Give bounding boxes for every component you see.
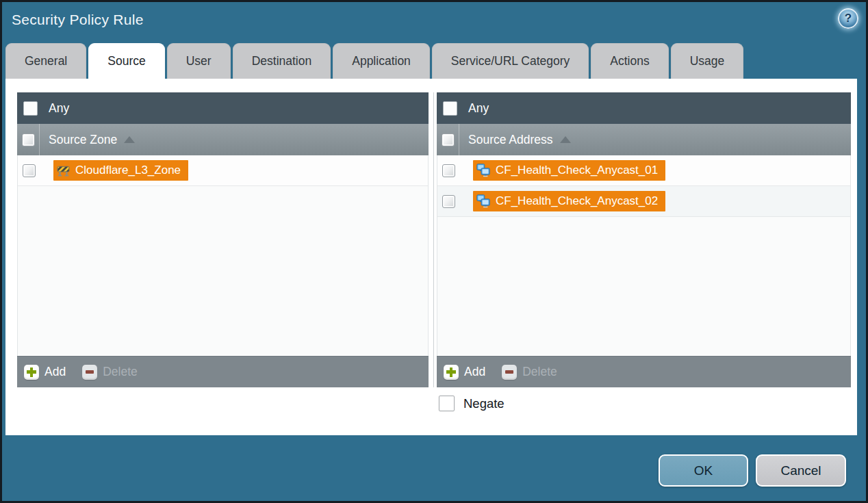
delete-button[interactable]: Delete xyxy=(502,365,557,380)
delete-icon xyxy=(502,365,517,380)
source-address-any-header: Any xyxy=(437,92,851,124)
delete-button-label: Delete xyxy=(522,365,557,379)
cancel-button[interactable]: Cancel xyxy=(756,454,846,487)
table-row[interactable]: CF_Health_Check_Anycast_01 xyxy=(437,155,850,186)
tab-service-url-category[interactable]: Service/URL Category xyxy=(432,43,589,79)
sort-ascending-icon[interactable] xyxy=(560,136,571,143)
tab-bar: General Source User Destination Applicat… xyxy=(5,43,743,79)
source-zone-panel: Any Source Zone xyxy=(17,92,429,387)
source-address-column-header: Source Address xyxy=(437,124,851,155)
zone-icon xyxy=(57,164,70,177)
table-row[interactable]: CF_Health_Check_Anycast_02 xyxy=(437,186,850,217)
delete-button[interactable]: Delete xyxy=(82,365,138,380)
row-checkbox[interactable] xyxy=(23,164,36,177)
sort-ascending-icon[interactable] xyxy=(124,136,135,143)
tab-general[interactable]: General xyxy=(5,43,86,79)
tab-usage[interactable]: Usage xyxy=(671,43,744,79)
source-zone-column-header: Source Zone xyxy=(17,124,429,155)
ok-button[interactable]: OK xyxy=(659,454,748,487)
tab-application[interactable]: Application xyxy=(333,43,430,79)
address-chip-label: CF_Health_Check_Anycast_02 xyxy=(496,194,658,208)
address-icon xyxy=(476,194,490,208)
source-address-toolbar: Add Delete xyxy=(437,356,851,387)
tab-actions[interactable]: Actions xyxy=(591,43,668,79)
address-icon xyxy=(476,164,490,177)
source-address-select-all-checkbox[interactable] xyxy=(442,133,455,146)
source-address-any-checkbox[interactable] xyxy=(443,101,457,116)
add-button[interactable]: Add xyxy=(24,365,66,380)
source-address-list: CF_Health_Check_Anycast_01 xyxy=(437,155,851,356)
source-zone-any-label: Any xyxy=(49,101,69,116)
tab-user[interactable]: User xyxy=(167,43,231,79)
source-zone-column-label[interactable]: Source Zone xyxy=(49,133,117,147)
negate-checkbox[interactable] xyxy=(439,396,455,411)
help-icon[interactable]: ? xyxy=(838,8,858,29)
source-address-column-label[interactable]: Source Address xyxy=(468,133,553,147)
zone-chip-label: Cloudflare_L3_Zone xyxy=(75,164,181,177)
row-checkbox[interactable] xyxy=(442,195,455,208)
zone-chip[interactable]: Cloudflare_L3_Zone xyxy=(53,160,188,181)
security-policy-rule-dialog: Security Policy Rule ? General Source Us… xyxy=(0,0,868,503)
row-checkbox[interactable] xyxy=(442,164,455,177)
negate-option: Negate xyxy=(439,396,505,411)
source-zone-list: Cloudflare_L3_Zone xyxy=(17,155,429,356)
add-icon xyxy=(24,365,39,380)
source-tab-content: Any Source Zone xyxy=(5,79,857,435)
address-chip[interactable]: CF_Health_Check_Anycast_02 xyxy=(473,191,665,211)
negate-label: Negate xyxy=(463,396,505,411)
source-address-panel: Any Source Address xyxy=(437,92,851,387)
source-zone-toolbar: Add Delete xyxy=(17,356,429,387)
table-row[interactable]: Cloudflare_L3_Zone xyxy=(18,155,428,186)
tab-destination[interactable]: Destination xyxy=(233,43,331,79)
delete-icon xyxy=(82,365,97,380)
dialog-title: Security Policy Rule xyxy=(12,12,144,28)
tab-source[interactable]: Source xyxy=(88,43,164,79)
add-button-label: Add xyxy=(464,365,485,379)
address-chip-label: CF_Health_Check_Anycast_01 xyxy=(496,164,658,177)
source-zone-any-checkbox[interactable] xyxy=(23,101,38,116)
source-zone-any-header: Any xyxy=(17,92,429,124)
address-chip[interactable]: CF_Health_Check_Anycast_01 xyxy=(473,160,665,181)
add-button-label: Add xyxy=(44,365,66,379)
delete-button-label: Delete xyxy=(103,365,138,379)
add-icon xyxy=(444,365,459,380)
panel-splitter[interactable] xyxy=(433,92,434,387)
source-zone-select-all-checkbox[interactable] xyxy=(22,133,35,146)
add-button[interactable]: Add xyxy=(444,365,485,380)
source-address-any-label: Any xyxy=(468,101,489,116)
